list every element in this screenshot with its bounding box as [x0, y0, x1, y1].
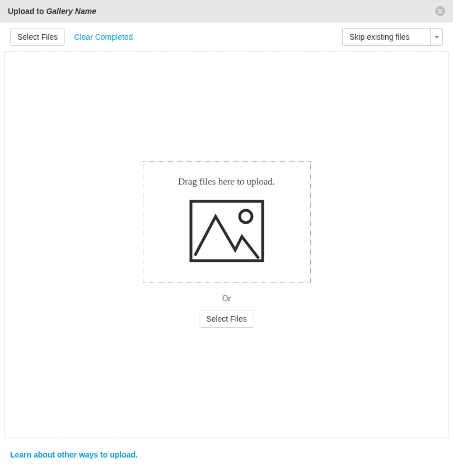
- close-button[interactable]: [435, 6, 445, 16]
- select-files-button[interactable]: Select Files: [10, 28, 65, 46]
- or-label: Or: [222, 294, 231, 303]
- image-icon: [189, 200, 264, 265]
- dialog-header: Upload to Gallery Name: [0, 0, 453, 22]
- close-icon: [438, 7, 442, 15]
- drop-target[interactable]: Drag files here to upload.: [143, 161, 311, 283]
- dropdown-button[interactable]: Skip existing files: [342, 28, 443, 46]
- chevron-down-icon: [430, 29, 442, 45]
- clear-completed-link[interactable]: Clear Completed: [74, 32, 133, 41]
- footer: Learn about other ways to upload.: [0, 442, 453, 468]
- dropdown-selected-label: Skip existing files: [349, 32, 409, 41]
- gallery-name: Gallery Name: [46, 7, 96, 16]
- dropzone[interactable]: Drag files here to upload. Or Select Fil…: [4, 51, 449, 437]
- existing-files-dropdown[interactable]: Skip existing files: [342, 28, 443, 46]
- dropzone-wrapper: Drag files here to upload. Or Select Fil…: [0, 51, 453, 442]
- toolbar-left: Select Files Clear Completed: [10, 28, 133, 46]
- title-prefix: Upload to: [8, 7, 46, 16]
- select-files-button-center[interactable]: Select Files: [199, 310, 254, 328]
- learn-more-link[interactable]: Learn about other ways to upload.: [10, 450, 138, 459]
- drop-target-label: Drag files here to upload.: [155, 176, 299, 187]
- svg-point-1: [240, 210, 252, 223]
- dialog-title: Upload to Gallery Name: [8, 7, 96, 16]
- toolbar: Select Files Clear Completed Skip existi…: [0, 22, 453, 51]
